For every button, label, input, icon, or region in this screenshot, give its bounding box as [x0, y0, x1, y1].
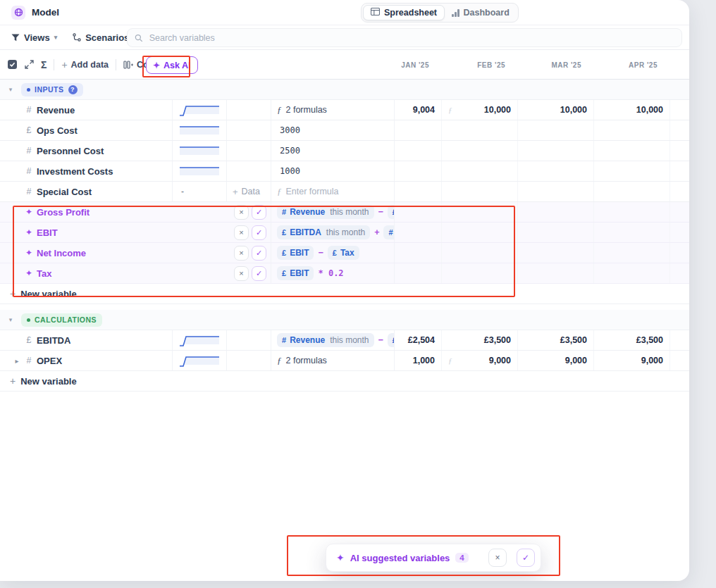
- search-input[interactable]: [148, 32, 674, 44]
- formula-pill[interactable]: #Revenuethis month: [277, 205, 374, 219]
- input-value[interactable]: 2500: [277, 146, 300, 156]
- formula-cell[interactable]: 3000: [271, 120, 395, 140]
- formula-pill[interactable]: £EBIT: [277, 246, 314, 260]
- month-cell[interactable]: [395, 243, 442, 263]
- data-cell[interactable]: ×✓: [227, 263, 271, 283]
- sparkline-cell[interactable]: [173, 161, 227, 181]
- sparkline-cell[interactable]: [173, 223, 227, 242]
- toast-dismiss-button[interactable]: ×: [488, 549, 507, 567]
- variable-name-cell[interactable]: #Special Cost: [0, 182, 173, 201]
- month-cell[interactable]: [395, 141, 442, 161]
- month-cell[interactable]: [518, 120, 594, 140]
- data-cell[interactable]: [227, 141, 271, 161]
- sparkline-cell[interactable]: [173, 202, 227, 222]
- data-cell[interactable]: [227, 330, 271, 350]
- month-cell[interactable]: [442, 141, 518, 161]
- month-cell[interactable]: 10,000: [518, 100, 594, 120]
- month-cell[interactable]: [442, 202, 518, 222]
- formula-cell[interactable]: £EBIT* 0.2: [271, 263, 395, 283]
- month-cell[interactable]: [518, 202, 594, 222]
- variable-name-cell[interactable]: #Investment Costs: [0, 161, 173, 181]
- data-cell[interactable]: [227, 351, 271, 370]
- data-cell[interactable]: [227, 100, 271, 120]
- month-cell[interactable]: [594, 202, 670, 222]
- add-data-cell-button[interactable]: +Data: [233, 187, 260, 197]
- accept-suggestion-button[interactable]: ✓: [252, 246, 266, 261]
- tab-spreadsheet[interactable]: Spreadsheet: [363, 5, 445, 20]
- month-cell[interactable]: 9,004: [395, 100, 442, 120]
- formula-pill[interactable]: £Ops Cost: [388, 205, 395, 219]
- month-cell[interactable]: [395, 223, 442, 242]
- sparkline-cell[interactable]: [173, 243, 227, 263]
- formula-cell[interactable]: ƒ2 formulas: [271, 351, 395, 370]
- formula-cell[interactable]: 2500: [271, 141, 395, 161]
- expand-icon[interactable]: [25, 60, 34, 69]
- variable-name-cell[interactable]: £EBITDA: [0, 330, 173, 350]
- help-icon[interactable]: ?: [68, 85, 78, 94]
- month-cell[interactable]: [395, 161, 442, 181]
- ask-ai-button[interactable]: ✦ Ask AI: [146, 56, 198, 74]
- variable-name-cell[interactable]: £Ops Cost: [0, 120, 173, 140]
- month-cell[interactable]: [395, 120, 442, 140]
- month-cell[interactable]: [594, 263, 670, 283]
- formula-cell[interactable]: £EBIT−£Tax: [271, 243, 395, 263]
- month-cell[interactable]: [518, 161, 594, 181]
- month-cell[interactable]: £3,500: [594, 330, 670, 350]
- month-cell[interactable]: 9,000: [594, 351, 670, 370]
- reject-suggestion-button[interactable]: ×: [234, 266, 249, 281]
- variable-name-cell[interactable]: #Personnel Cost: [0, 141, 173, 161]
- month-cell[interactable]: [442, 223, 518, 242]
- reject-suggestion-button[interactable]: ×: [234, 205, 249, 220]
- sparkline-cell[interactable]: [173, 120, 227, 140]
- add-data-button[interactable]: + Add data: [61, 59, 109, 70]
- month-cell[interactable]: £2,504: [395, 330, 442, 350]
- month-cell[interactable]: [442, 263, 518, 283]
- collapse-caret-icon[interactable]: ▾: [6, 86, 16, 93]
- sparkline-cell[interactable]: [173, 141, 227, 161]
- section-pill[interactable]: INPUTS?: [21, 83, 83, 96]
- month-cell[interactable]: ƒ10,000: [442, 100, 518, 120]
- variable-name-cell[interactable]: #Revenue: [0, 100, 173, 120]
- month-cell[interactable]: ƒ9,000: [442, 351, 518, 370]
- month-cell[interactable]: 10,000: [594, 100, 670, 120]
- month-cell[interactable]: [518, 263, 594, 283]
- month-header-mar[interactable]: MAR '25: [518, 61, 588, 68]
- month-header-apr[interactable]: APR '25: [594, 61, 664, 68]
- data-cell[interactable]: +Data: [227, 182, 271, 201]
- variable-name-cell[interactable]: ▸#OPEX: [0, 351, 173, 370]
- variable-name-cell[interactable]: ✦Net Income: [0, 243, 173, 263]
- month-cell[interactable]: [442, 182, 518, 201]
- collapse-caret-icon[interactable]: ▾: [6, 316, 16, 323]
- formula-cell[interactable]: 1000: [271, 161, 395, 181]
- search-field[interactable]: [127, 28, 682, 47]
- month-cell[interactable]: [518, 223, 594, 242]
- section-pill[interactable]: CALCULATIONS: [21, 313, 102, 327]
- views-button[interactable]: Views ▾: [11, 32, 57, 43]
- month-cell[interactable]: [442, 243, 518, 263]
- new-variable-button[interactable]: +New variable: [0, 371, 689, 392]
- formula-pill[interactable]: £EBITDAthis month: [277, 225, 370, 239]
- toast-accept-button[interactable]: ✓: [517, 549, 535, 567]
- month-cell[interactable]: [594, 141, 670, 161]
- data-cell[interactable]: [227, 161, 271, 181]
- month-cell[interactable]: 1,000: [395, 351, 442, 370]
- month-cell[interactable]: [594, 223, 670, 242]
- formula-pill[interactable]: £EBIT: [277, 266, 314, 280]
- month-cell[interactable]: £3,500: [442, 330, 518, 350]
- month-cell[interactable]: [518, 141, 594, 161]
- formula-cell[interactable]: £EBITDAthis month+#Investment Costs: [271, 223, 395, 242]
- month-cell[interactable]: [442, 120, 518, 140]
- sparkline-cell[interactable]: [173, 351, 227, 370]
- input-value[interactable]: 3000: [277, 125, 300, 135]
- sparkline-cell[interactable]: [173, 100, 227, 120]
- data-cell[interactable]: [227, 120, 271, 140]
- month-cell[interactable]: [518, 182, 594, 201]
- formula-cell[interactable]: ƒEnter formula: [271, 182, 395, 201]
- formula-cell[interactable]: #Revenuethis month−£Ops Cost: [271, 330, 395, 350]
- month-cell[interactable]: [395, 202, 442, 222]
- data-cell[interactable]: ×✓: [227, 243, 271, 263]
- sparkline-cell[interactable]: [173, 330, 227, 350]
- month-cell[interactable]: [594, 161, 670, 181]
- variable-name-cell[interactable]: ✦EBIT: [0, 223, 173, 242]
- month-cell[interactable]: [442, 161, 518, 181]
